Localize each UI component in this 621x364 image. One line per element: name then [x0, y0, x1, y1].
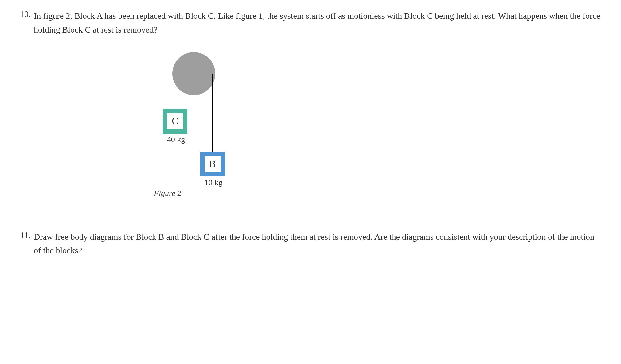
block-c-letter: C — [172, 115, 178, 127]
figure-container: C 40 kg B 10 kg Figure 2 — [0, 52, 486, 199]
block-b: B — [200, 152, 225, 176]
question-10-text: In figure 2, Block A has been replaced w… — [34, 9, 603, 37]
pulley-icon — [172, 52, 215, 95]
string-left — [175, 74, 175, 109]
block-b-letter: B — [209, 158, 216, 170]
block-b-mass: 10 kg — [201, 178, 226, 187]
string-right — [212, 74, 213, 152]
question-10: 10. In figure 2, Block A has been replac… — [18, 9, 603, 37]
block-c: C — [163, 109, 187, 134]
block-c-mass: 40 kg — [164, 135, 188, 144]
question-11-number: 11. — [18, 230, 34, 258]
figure-caption: Figure 2 — [154, 189, 181, 198]
figure-2: C 40 kg B 10 kg Figure 2 — [151, 52, 237, 199]
question-11-text: Draw free body diagrams for Block B and … — [34, 230, 603, 258]
question-10-number: 10. — [18, 9, 34, 37]
question-11: 11. Draw free body diagrams for Block B … — [18, 230, 603, 258]
